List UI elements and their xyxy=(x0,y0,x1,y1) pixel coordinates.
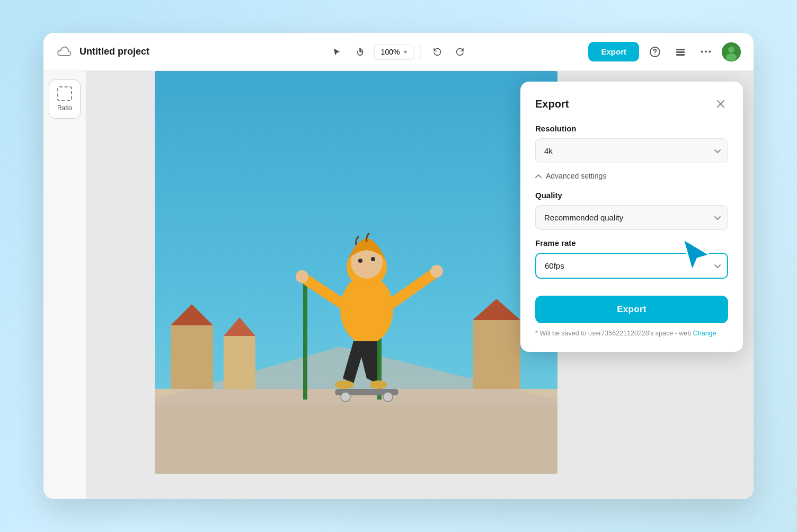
svg-point-9 xyxy=(728,47,734,53)
header-export-button[interactable]: Export xyxy=(588,42,639,61)
undo-button[interactable] xyxy=(427,42,446,61)
frame-rate-section: Frame rate 60fps xyxy=(535,238,728,279)
quality-select[interactable]: Recommended quality xyxy=(535,205,728,230)
export-action-button[interactable]: Export xyxy=(535,296,728,323)
help-button[interactable] xyxy=(645,42,665,61)
svg-rect-2 xyxy=(676,49,685,50)
toolbar-right: Export xyxy=(588,42,741,61)
advanced-settings-label: Advanced settings xyxy=(546,172,606,180)
save-info: * Will be saved to user7356221120228's s… xyxy=(535,330,728,337)
toolbar-divider xyxy=(420,45,421,59)
svg-point-34 xyxy=(371,257,375,261)
toolbar-center: 100% ▾ xyxy=(327,42,470,61)
svg-point-33 xyxy=(358,259,362,263)
change-link[interactable]: Change xyxy=(693,330,716,337)
svg-point-27 xyxy=(335,380,354,389)
resolution-select-row: 4k xyxy=(535,138,728,163)
resolution-select[interactable]: 4k xyxy=(535,138,728,163)
export-panel: Export Resolution 4k xyxy=(520,82,743,352)
more-button[interactable] xyxy=(696,42,715,61)
ratio-button[interactable]: Ratio xyxy=(49,79,81,119)
layers-button[interactable] xyxy=(671,42,690,61)
zoom-selector[interactable]: 100% ▾ xyxy=(374,44,414,60)
svg-point-29 xyxy=(296,270,308,283)
ratio-label: Ratio xyxy=(57,104,72,112)
svg-point-28 xyxy=(370,380,387,389)
frame-rate-label: Frame rate xyxy=(535,238,728,247)
svg-point-5 xyxy=(701,51,703,53)
panel-header: Export xyxy=(535,96,728,111)
svg-rect-19 xyxy=(473,320,520,389)
app-window: Untitled project 100% ▾ xyxy=(43,33,754,499)
resolution-label: Resolution xyxy=(535,124,728,133)
quality-select-row: Recommended quality xyxy=(535,205,728,230)
svg-point-7 xyxy=(709,51,711,53)
canvas-area[interactable]: Export Resolution 4k xyxy=(86,71,754,499)
svg-rect-17 xyxy=(224,336,255,389)
save-info-text: * Will be saved to user7356221120228's s… xyxy=(535,330,691,337)
svg-rect-21 xyxy=(303,283,307,400)
zoom-chevron: ▾ xyxy=(404,48,407,56)
svg-point-6 xyxy=(705,51,707,53)
left-sidebar: Ratio xyxy=(43,71,86,499)
canvas-image xyxy=(155,71,557,474)
svg-point-1 xyxy=(654,54,656,55)
svg-point-25 xyxy=(383,392,393,402)
toolbar: Untitled project 100% ▾ xyxy=(43,33,754,71)
quality-label: Quality xyxy=(535,191,728,200)
svg-point-30 xyxy=(430,265,443,278)
svg-rect-3 xyxy=(676,51,685,53)
project-title: Untitled project xyxy=(79,46,149,57)
hand-tool-button[interactable] xyxy=(351,42,370,61)
cursor-tool-button[interactable] xyxy=(327,42,347,61)
svg-point-10 xyxy=(726,54,737,61)
redo-button[interactable] xyxy=(450,42,470,61)
frame-rate-select-row: 60fps xyxy=(535,253,728,279)
quality-section: Quality Recommended quality xyxy=(535,191,728,230)
close-button[interactable] xyxy=(713,96,728,111)
panel-title: Export xyxy=(535,98,569,110)
frame-rate-select[interactable]: 60fps xyxy=(535,253,728,279)
zoom-value: 100% xyxy=(381,48,400,56)
svg-rect-4 xyxy=(676,54,685,56)
resolution-section: Resolution 4k xyxy=(535,124,728,163)
svg-rect-15 xyxy=(171,325,213,389)
ratio-icon xyxy=(57,86,72,101)
toolbar-left: Untitled project xyxy=(56,43,580,60)
svg-point-24 xyxy=(341,392,350,402)
advanced-settings-toggle[interactable]: Advanced settings xyxy=(535,172,728,180)
main-content: Ratio xyxy=(43,71,754,499)
cloud-icon xyxy=(56,43,73,60)
avatar[interactable] xyxy=(722,42,741,61)
